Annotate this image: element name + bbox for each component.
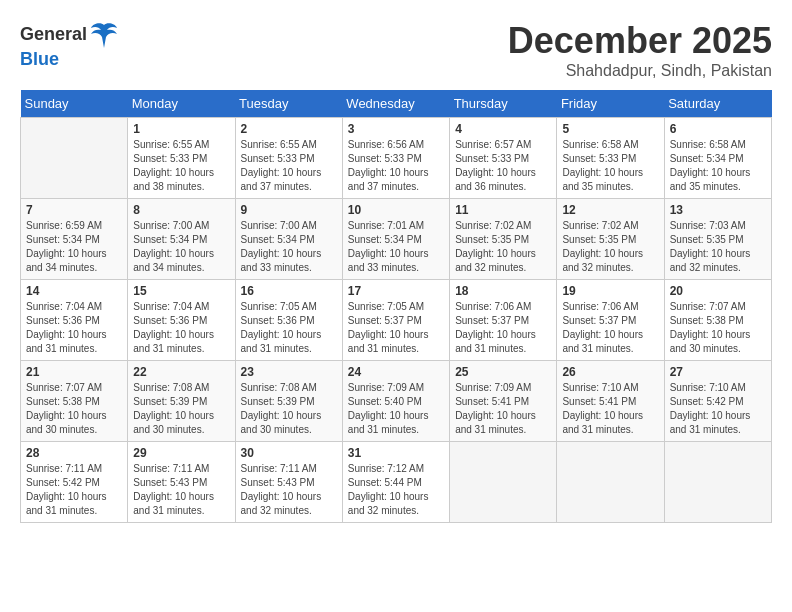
day-number: 4 <box>455 122 551 136</box>
day-info: Sunrise: 7:05 AMSunset: 5:37 PMDaylight:… <box>348 300 444 356</box>
day-info: Sunrise: 7:08 AMSunset: 5:39 PMDaylight:… <box>241 381 337 437</box>
calendar-cell: 16Sunrise: 7:05 AMSunset: 5:36 PMDayligh… <box>235 280 342 361</box>
day-info: Sunrise: 6:57 AMSunset: 5:33 PMDaylight:… <box>455 138 551 194</box>
calendar-cell: 10Sunrise: 7:01 AMSunset: 5:34 PMDayligh… <box>342 199 449 280</box>
calendar-cell: 27Sunrise: 7:10 AMSunset: 5:42 PMDayligh… <box>664 361 771 442</box>
calendar-cell: 29Sunrise: 7:11 AMSunset: 5:43 PMDayligh… <box>128 442 235 523</box>
day-number: 17 <box>348 284 444 298</box>
weekday-header-cell: Tuesday <box>235 90 342 118</box>
day-info: Sunrise: 7:02 AMSunset: 5:35 PMDaylight:… <box>455 219 551 275</box>
calendar-cell: 3Sunrise: 6:56 AMSunset: 5:33 PMDaylight… <box>342 118 449 199</box>
weekday-header-cell: Sunday <box>21 90 128 118</box>
logo-text-general: General <box>20 25 87 45</box>
day-number: 28 <box>26 446 122 460</box>
location-title: Shahdadpur, Sindh, Pakistan <box>508 62 772 80</box>
calendar-week-row: 7Sunrise: 6:59 AMSunset: 5:34 PMDaylight… <box>21 199 772 280</box>
day-info: Sunrise: 7:01 AMSunset: 5:34 PMDaylight:… <box>348 219 444 275</box>
day-info: Sunrise: 7:08 AMSunset: 5:39 PMDaylight:… <box>133 381 229 437</box>
calendar-cell: 11Sunrise: 7:02 AMSunset: 5:35 PMDayligh… <box>450 199 557 280</box>
day-info: Sunrise: 7:04 AMSunset: 5:36 PMDaylight:… <box>26 300 122 356</box>
day-number: 30 <box>241 446 337 460</box>
calendar-cell: 30Sunrise: 7:11 AMSunset: 5:43 PMDayligh… <box>235 442 342 523</box>
weekday-header-cell: Friday <box>557 90 664 118</box>
day-number: 15 <box>133 284 229 298</box>
day-number: 14 <box>26 284 122 298</box>
calendar-cell <box>557 442 664 523</box>
day-info: Sunrise: 6:55 AMSunset: 5:33 PMDaylight:… <box>133 138 229 194</box>
day-number: 10 <box>348 203 444 217</box>
day-number: 5 <box>562 122 658 136</box>
day-info: Sunrise: 7:03 AMSunset: 5:35 PMDaylight:… <box>670 219 766 275</box>
calendar: SundayMondayTuesdayWednesdayThursdayFrid… <box>20 90 772 523</box>
calendar-cell: 22Sunrise: 7:08 AMSunset: 5:39 PMDayligh… <box>128 361 235 442</box>
day-info: Sunrise: 7:09 AMSunset: 5:40 PMDaylight:… <box>348 381 444 437</box>
calendar-cell: 2Sunrise: 6:55 AMSunset: 5:33 PMDaylight… <box>235 118 342 199</box>
day-info: Sunrise: 7:10 AMSunset: 5:41 PMDaylight:… <box>562 381 658 437</box>
calendar-cell: 12Sunrise: 7:02 AMSunset: 5:35 PMDayligh… <box>557 199 664 280</box>
day-number: 16 <box>241 284 337 298</box>
day-number: 9 <box>241 203 337 217</box>
calendar-cell: 6Sunrise: 6:58 AMSunset: 5:34 PMDaylight… <box>664 118 771 199</box>
calendar-cell: 8Sunrise: 7:00 AMSunset: 5:34 PMDaylight… <box>128 199 235 280</box>
calendar-cell: 9Sunrise: 7:00 AMSunset: 5:34 PMDaylight… <box>235 199 342 280</box>
calendar-cell: 26Sunrise: 7:10 AMSunset: 5:41 PMDayligh… <box>557 361 664 442</box>
day-number: 7 <box>26 203 122 217</box>
calendar-cell: 14Sunrise: 7:04 AMSunset: 5:36 PMDayligh… <box>21 280 128 361</box>
calendar-cell: 31Sunrise: 7:12 AMSunset: 5:44 PMDayligh… <box>342 442 449 523</box>
day-number: 12 <box>562 203 658 217</box>
day-info: Sunrise: 6:55 AMSunset: 5:33 PMDaylight:… <box>241 138 337 194</box>
day-number: 18 <box>455 284 551 298</box>
day-number: 20 <box>670 284 766 298</box>
day-number: 29 <box>133 446 229 460</box>
logo-text-blue: Blue <box>20 50 119 70</box>
calendar-cell: 5Sunrise: 6:58 AMSunset: 5:33 PMDaylight… <box>557 118 664 199</box>
day-number: 25 <box>455 365 551 379</box>
calendar-cell: 15Sunrise: 7:04 AMSunset: 5:36 PMDayligh… <box>128 280 235 361</box>
calendar-week-row: 14Sunrise: 7:04 AMSunset: 5:36 PMDayligh… <box>21 280 772 361</box>
day-info: Sunrise: 7:00 AMSunset: 5:34 PMDaylight:… <box>241 219 337 275</box>
day-info: Sunrise: 7:00 AMSunset: 5:34 PMDaylight:… <box>133 219 229 275</box>
calendar-cell: 25Sunrise: 7:09 AMSunset: 5:41 PMDayligh… <box>450 361 557 442</box>
calendar-cell <box>664 442 771 523</box>
weekday-header-cell: Saturday <box>664 90 771 118</box>
day-number: 22 <box>133 365 229 379</box>
day-info: Sunrise: 7:06 AMSunset: 5:37 PMDaylight:… <box>455 300 551 356</box>
calendar-cell: 7Sunrise: 6:59 AMSunset: 5:34 PMDaylight… <box>21 199 128 280</box>
day-number: 21 <box>26 365 122 379</box>
calendar-cell: 21Sunrise: 7:07 AMSunset: 5:38 PMDayligh… <box>21 361 128 442</box>
day-number: 31 <box>348 446 444 460</box>
calendar-cell: 19Sunrise: 7:06 AMSunset: 5:37 PMDayligh… <box>557 280 664 361</box>
day-number: 3 <box>348 122 444 136</box>
day-info: Sunrise: 7:09 AMSunset: 5:41 PMDaylight:… <box>455 381 551 437</box>
calendar-cell: 20Sunrise: 7:07 AMSunset: 5:38 PMDayligh… <box>664 280 771 361</box>
day-number: 8 <box>133 203 229 217</box>
day-info: Sunrise: 6:58 AMSunset: 5:34 PMDaylight:… <box>670 138 766 194</box>
day-info: Sunrise: 7:10 AMSunset: 5:42 PMDaylight:… <box>670 381 766 437</box>
calendar-week-row: 21Sunrise: 7:07 AMSunset: 5:38 PMDayligh… <box>21 361 772 442</box>
calendar-body: 1Sunrise: 6:55 AMSunset: 5:33 PMDaylight… <box>21 118 772 523</box>
day-info: Sunrise: 7:11 AMSunset: 5:43 PMDaylight:… <box>241 462 337 518</box>
weekday-header-cell: Monday <box>128 90 235 118</box>
calendar-cell: 18Sunrise: 7:06 AMSunset: 5:37 PMDayligh… <box>450 280 557 361</box>
day-info: Sunrise: 7:12 AMSunset: 5:44 PMDaylight:… <box>348 462 444 518</box>
day-info: Sunrise: 7:11 AMSunset: 5:43 PMDaylight:… <box>133 462 229 518</box>
weekday-header-row: SundayMondayTuesdayWednesdayThursdayFrid… <box>21 90 772 118</box>
day-info: Sunrise: 7:11 AMSunset: 5:42 PMDaylight:… <box>26 462 122 518</box>
calendar-cell <box>450 442 557 523</box>
header: General Blue December 2025 Shahdadpur, S… <box>20 20 772 80</box>
day-info: Sunrise: 6:56 AMSunset: 5:33 PMDaylight:… <box>348 138 444 194</box>
calendar-cell <box>21 118 128 199</box>
day-info: Sunrise: 7:07 AMSunset: 5:38 PMDaylight:… <box>26 381 122 437</box>
day-info: Sunrise: 7:02 AMSunset: 5:35 PMDaylight:… <box>562 219 658 275</box>
day-number: 19 <box>562 284 658 298</box>
weekday-header-cell: Wednesday <box>342 90 449 118</box>
calendar-cell: 24Sunrise: 7:09 AMSunset: 5:40 PMDayligh… <box>342 361 449 442</box>
day-info: Sunrise: 7:07 AMSunset: 5:38 PMDaylight:… <box>670 300 766 356</box>
calendar-cell: 17Sunrise: 7:05 AMSunset: 5:37 PMDayligh… <box>342 280 449 361</box>
calendar-week-row: 1Sunrise: 6:55 AMSunset: 5:33 PMDaylight… <box>21 118 772 199</box>
day-info: Sunrise: 7:06 AMSunset: 5:37 PMDaylight:… <box>562 300 658 356</box>
weekday-header-cell: Thursday <box>450 90 557 118</box>
title-area: December 2025 Shahdadpur, Sindh, Pakista… <box>508 20 772 80</box>
day-number: 23 <box>241 365 337 379</box>
day-number: 6 <box>670 122 766 136</box>
